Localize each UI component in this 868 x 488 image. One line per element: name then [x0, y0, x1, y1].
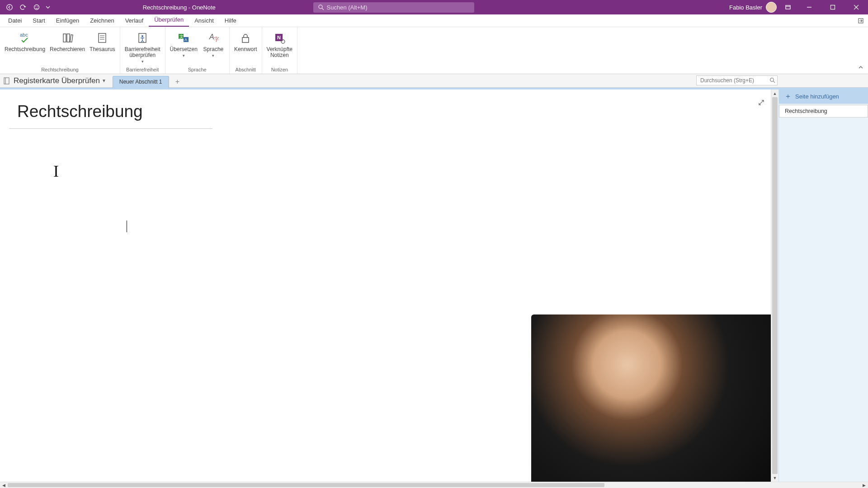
- title-bar-right: Fabio Basler: [729, 0, 868, 14]
- kennwort-button[interactable]: Kennwort: [232, 29, 259, 53]
- group-label: Abschnitt: [232, 66, 259, 74]
- svg-text:A: A: [184, 38, 187, 42]
- svg-rect-6: [786, 5, 790, 9]
- notebook-name[interactable]: Registerkarte Überprüfen: [14, 76, 100, 85]
- scroll-track[interactable]: [771, 97, 778, 474]
- title-underline: [9, 128, 212, 129]
- tab-start[interactable]: Start: [27, 15, 50, 27]
- section-tab-label: Neuer Abschnitt 1: [119, 79, 162, 85]
- svg-text:A: A: [209, 33, 214, 41]
- tab-datei[interactable]: Datei: [3, 15, 27, 27]
- webcam-overlay: [531, 314, 771, 482]
- avatar[interactable]: [766, 2, 777, 13]
- svg-rect-16: [70, 35, 73, 42]
- tab-verlauf[interactable]: Verlauf: [120, 15, 149, 27]
- add-section-button[interactable]: +: [172, 76, 184, 88]
- button-label: Übersetzen: [170, 47, 198, 52]
- window-title: Rechtschreibung - OneNote: [52, 4, 307, 11]
- undo-button[interactable]: [17, 1, 29, 13]
- button-label: Verknüpfte Notizen: [267, 47, 292, 58]
- svg-rect-9: [831, 5, 835, 9]
- verknüpfte-button[interactable]: NVerknüpfte Notizen: [265, 29, 294, 59]
- text-caret: [127, 221, 127, 232]
- close-button[interactable]: [846, 0, 866, 14]
- search-input[interactable]: [313, 2, 474, 13]
- expand-page-button[interactable]: [756, 98, 766, 108]
- search-container: [307, 2, 474, 13]
- ribbon-group-rechtschreibung: abcRechtschreibungRecherchierenThesaurus…: [0, 27, 120, 74]
- ribbon-display-options[interactable]: [780, 0, 796, 14]
- share-button[interactable]: [856, 16, 865, 25]
- ribbon: abcRechtschreibungRecherchierenThesaurus…: [0, 27, 868, 74]
- page-title-input[interactable]: [17, 102, 212, 121]
- group-label: Rechtschreibung: [3, 66, 117, 74]
- notebook-icon: [3, 77, 11, 85]
- chevron-down-icon: ▾: [183, 53, 185, 58]
- group-label: Barrierefreiheit: [123, 66, 162, 74]
- vertical-scrollbar[interactable]: ▲ ▼: [771, 89, 778, 482]
- group-label: Notizen: [265, 66, 294, 74]
- books-icon: [60, 31, 75, 45]
- button-label: Barrierefreiheit überprüfen: [125, 47, 160, 58]
- svg-point-22: [142, 35, 143, 37]
- minimize-button[interactable]: [799, 0, 819, 14]
- plus-icon: ＋: [784, 92, 792, 101]
- ribbon-group-notizen: NVerknüpfte NotizenNotizen: [262, 27, 297, 74]
- title-bar: Rechtschreibung - OneNote Fabio Basler: [0, 0, 868, 14]
- note-canvas[interactable]: I: [0, 89, 771, 482]
- übersetzen-button[interactable]: 文AÜbersetzen▾: [168, 29, 199, 59]
- chevron-down-icon: ▾: [142, 59, 144, 64]
- tab-ansicht[interactable]: Ansicht: [189, 15, 219, 27]
- scroll-thumb[interactable]: [772, 97, 778, 474]
- scroll-left-arrow[interactable]: ◀: [0, 482, 8, 488]
- tab-zeichnen[interactable]: Zeichnen: [85, 15, 119, 27]
- thesaurus-button[interactable]: Thesaurus: [88, 29, 117, 53]
- rechtschreibung-button[interactable]: abcRechtschreibung: [3, 29, 47, 53]
- scroll-right-arrow[interactable]: ▶: [860, 482, 868, 488]
- svg-rect-14: [63, 34, 66, 42]
- maximize-button[interactable]: [823, 0, 843, 14]
- sprache-button[interactable]: A字Sprache▾: [200, 29, 226, 59]
- page-list-item[interactable]: Rechtschreibung: [779, 105, 868, 117]
- onenote-link-icon: N: [272, 31, 287, 45]
- accessibility-icon: [135, 31, 150, 45]
- svg-rect-33: [4, 78, 9, 84]
- section-tab[interactable]: Neuer Abschnitt 1: [113, 76, 169, 88]
- button-label: Sprache: [203, 47, 224, 52]
- collapse-ribbon-button[interactable]: [856, 63, 865, 72]
- scroll-thumb[interactable]: [8, 483, 604, 487]
- group-label: Sprache: [168, 66, 226, 74]
- button-label: Rechtschreibung: [5, 47, 45, 52]
- ribbon-tabs: DateiStartEinfügenZeichnenVerlaufÜberprü…: [0, 14, 868, 27]
- svg-point-0: [7, 5, 12, 10]
- svg-point-3: [37, 6, 38, 7]
- add-page-button[interactable]: ＋ Seite hinzufügen: [779, 89, 868, 104]
- svg-point-2: [35, 6, 36, 7]
- back-button[interactable]: [4, 1, 15, 13]
- svg-text:字: 字: [214, 36, 219, 42]
- tab-einfügen[interactable]: Einfügen: [51, 15, 85, 27]
- recherchieren-button[interactable]: Recherchieren: [48, 29, 87, 53]
- abc-check-icon: abc: [18, 31, 32, 45]
- scroll-up-arrow[interactable]: ▲: [771, 89, 778, 97]
- tab-überprüfen[interactable]: Überprüfen: [149, 14, 189, 27]
- user-name[interactable]: Fabio Basler: [729, 4, 762, 11]
- qat-customize-button[interactable]: [44, 1, 52, 13]
- ribbon-group-sprache: 文AÜbersetzen▾A字Sprache▾Sprache: [165, 27, 230, 74]
- horizontal-scrollbar[interactable]: ◀ ▶: [0, 482, 868, 488]
- svg-text:abc: abc: [20, 32, 28, 38]
- notebook-dropdown[interactable]: ▼: [102, 78, 106, 83]
- quick-access-toolbar: [0, 1, 52, 13]
- page-body-text[interactable]: I: [53, 162, 59, 181]
- tab-hilfe[interactable]: Hilfe: [219, 15, 242, 27]
- scroll-track[interactable]: [8, 482, 860, 488]
- barrierefreiheit-button[interactable]: Barrierefreiheit überprüfen▾: [123, 29, 162, 65]
- lock-icon: [238, 31, 253, 45]
- scroll-down-arrow[interactable]: ▼: [771, 474, 778, 482]
- language-icon: A字: [206, 31, 221, 45]
- svg-rect-15: [67, 34, 70, 42]
- touch-mode-button[interactable]: [31, 1, 42, 13]
- svg-rect-29: [242, 38, 249, 42]
- add-page-label: Seite hinzufügen: [795, 93, 839, 100]
- notebook-search-input[interactable]: [696, 75, 778, 85]
